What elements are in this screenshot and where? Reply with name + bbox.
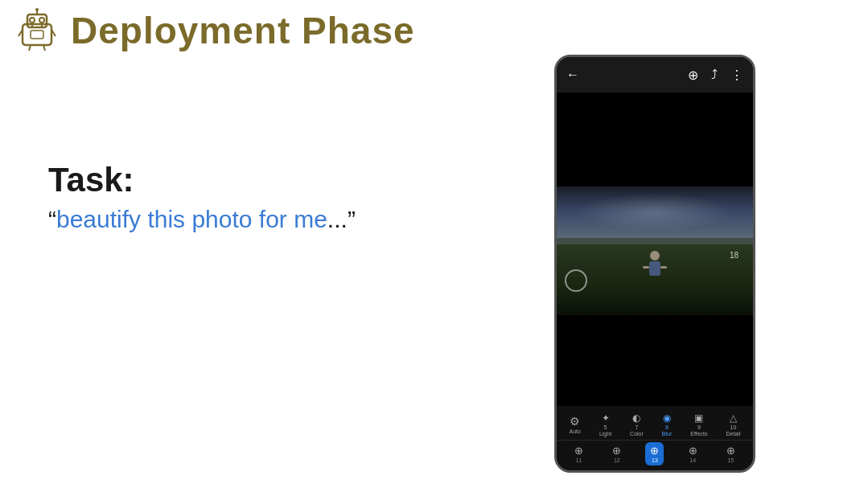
blur-icon: ◉ <box>663 412 671 424</box>
left-content: Task: “beautify this photo for me...” <box>48 161 356 233</box>
light-icon: ✦ <box>602 412 610 424</box>
left-arm <box>643 266 649 269</box>
sub-13-icon: ⊕ <box>650 445 659 457</box>
header: Deployment Phase <box>0 0 868 61</box>
toolbar-blur[interactable]: ◉ 8 Blur <box>662 412 672 437</box>
color-label: Color <box>630 431 644 437</box>
photo-background: 18 <box>557 187 753 315</box>
share-icon[interactable]: ⤴ <box>711 68 718 82</box>
photo-area: 18 <box>557 92 753 406</box>
topbar-right-icons: ⊕ ⤴ ⋮ <box>688 68 743 83</box>
toolbar-sub-13[interactable]: ⊕ 13 <box>645 442 664 465</box>
back-icon[interactable]: ← <box>566 68 579 82</box>
page-title: Deployment Phase <box>71 9 415 52</box>
sub-12-icon: ⊕ <box>612 445 621 457</box>
effects-label: Effects <box>690 431 707 437</box>
color-icon: ◐ <box>632 412 640 424</box>
photo-number: 18 <box>730 251 738 260</box>
search-icon[interactable]: ⊕ <box>688 68 698 83</box>
toolbar-sub-12[interactable]: ⊕ 12 <box>607 442 626 465</box>
detail-num: 10 <box>730 424 737 430</box>
effects-icon: ▣ <box>694 412 703 424</box>
detail-label: Detail <box>726 431 741 437</box>
sub-11-label: 11 <box>576 457 582 463</box>
photo-clouds <box>576 193 733 232</box>
ellipsis: ... <box>327 206 348 232</box>
child-body <box>649 261 660 276</box>
svg-point-5 <box>35 8 39 11</box>
sub-15-icon: ⊕ <box>726 445 735 457</box>
phone-toolbar: ⚙ Auto ✦ 5 Light ◐ 7 Color ◉ 8 Blur <box>557 406 753 470</box>
svg-point-2 <box>30 18 35 23</box>
sub-11-icon: ⊕ <box>574 445 583 457</box>
auto-label: Auto <box>570 429 581 434</box>
sub-15-label: 15 <box>727 457 734 463</box>
effects-num: 9 <box>697 424 701 430</box>
svg-point-3 <box>39 18 44 23</box>
blur-label: Blur <box>662 431 672 437</box>
task-quote: “beautify this photo for me...” <box>48 206 356 233</box>
child-arms <box>643 265 667 269</box>
toolbar-secondary-row: ⊕ 11 ⊕ 12 ⊕ 13 ⊕ 14 ⊕ 15 <box>557 440 753 467</box>
light-num: 5 <box>604 424 607 430</box>
toolbar-sub-14[interactable]: ⊕ 14 <box>684 442 702 465</box>
sub-13-label: 13 <box>652 457 658 463</box>
detail-icon: △ <box>730 412 737 424</box>
open-quote: “ <box>48 206 56 232</box>
auto-icon: ⚙ <box>570 415 580 428</box>
phone-mockup: ← ⊕ ⤴ ⋮ <box>554 55 755 473</box>
child-figure <box>646 251 664 283</box>
toolbar-auto[interactable]: ⚙ Auto <box>570 415 581 434</box>
toolbar-sub-11[interactable]: ⊕ 11 <box>570 442 588 465</box>
blur-num: 8 <box>665 424 668 430</box>
quote-text: beautify this photo for me <box>56 206 327 232</box>
toolbar-light[interactable]: ✦ 5 Light <box>599 412 611 437</box>
right-arm <box>660 266 667 269</box>
close-quote: ” <box>348 206 356 232</box>
toolbar-color[interactable]: ◐ 7 Color <box>630 412 644 437</box>
phone-topbar: ← ⊕ ⤴ ⋮ <box>557 57 753 92</box>
task-label: Task: <box>48 161 356 199</box>
toolbar-sub-15[interactable]: ⊕ 15 <box>722 442 740 465</box>
toolbar-main-row: ⚙ Auto ✦ 5 Light ◐ 7 Color ◉ 8 Blur <box>557 411 753 438</box>
photo-scene: 18 <box>557 187 753 315</box>
svg-rect-8 <box>31 31 43 39</box>
robot-icon <box>14 8 60 53</box>
sub-12-label: 12 <box>614 457 620 463</box>
sub-14-icon: ⊕ <box>689 445 697 457</box>
color-num: 7 <box>636 424 639 430</box>
toolbar-effects[interactable]: ▣ 9 Effects <box>690 412 707 437</box>
photo-overlay-circle <box>565 269 587 292</box>
toolbar-detail[interactable]: △ 10 Detail <box>726 412 741 437</box>
child-head <box>650 251 660 260</box>
sub-14-label: 14 <box>689 457 696 463</box>
light-label: Light <box>599 431 611 437</box>
more-icon[interactable]: ⋮ <box>730 68 743 83</box>
